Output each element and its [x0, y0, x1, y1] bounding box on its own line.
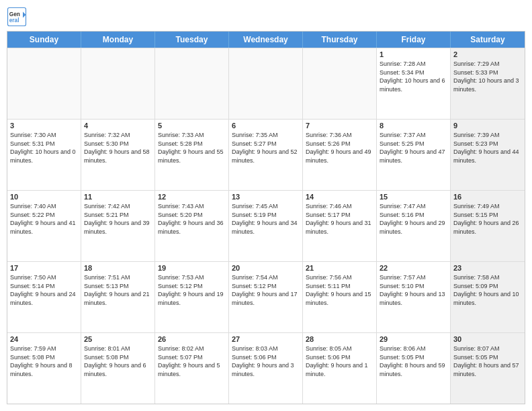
day-number: 28 [306, 335, 373, 343]
calendar-row: 3Sunrise: 7:30 AM Sunset: 5:31 PM Daylig… [7, 119, 525, 190]
daylight-hours: Sunrise: 7:28 AM Sunset: 5:34 PM Dayligh… [380, 60, 447, 93]
day-number: 15 [380, 193, 447, 201]
daylight-hours: Sunrise: 7:49 AM Sunset: 5:15 PM Dayligh… [453, 202, 522, 236]
calendar-cell: 19Sunrise: 7:53 AM Sunset: 5:12 PM Dayli… [155, 262, 229, 332]
daylight-hours: Sunrise: 7:36 AM Sunset: 5:26 PM Dayligh… [306, 131, 373, 165]
day-number: 3 [10, 122, 78, 130]
calendar-cell: 10Sunrise: 7:40 AM Sunset: 5:22 PM Dayli… [7, 191, 81, 261]
day-number: 9 [453, 122, 522, 130]
calendar-cell: 20Sunrise: 7:54 AM Sunset: 5:12 PM Dayli… [229, 262, 303, 332]
daylight-hours: Sunrise: 7:47 AM Sunset: 5:16 PM Dayligh… [380, 202, 447, 236]
day-number: 4 [84, 122, 152, 130]
day-number: 5 [158, 122, 226, 130]
calendar-cell: 17Sunrise: 7:50 AM Sunset: 5:14 PM Dayli… [7, 262, 81, 332]
calendar-cell: 30Sunrise: 8:07 AM Sunset: 5:05 PM Dayli… [451, 333, 525, 404]
calendar-cell: 12Sunrise: 7:43 AM Sunset: 5:20 PM Dayli… [155, 191, 229, 261]
day-number: 8 [380, 122, 447, 130]
calendar: SundayMondayTuesdayWednesdayThursdayFrid… [7, 31, 525, 404]
weekday-header: Saturday [451, 32, 525, 48]
calendar-cell [229, 48, 303, 119]
day-number: 7 [306, 122, 373, 130]
calendar-cell: 6Sunrise: 7:35 AM Sunset: 5:27 PM Daylig… [229, 120, 303, 190]
day-number: 22 [380, 264, 447, 272]
day-number: 14 [306, 193, 373, 201]
calendar-cell: 9Sunrise: 7:39 AM Sunset: 5:23 PM Daylig… [451, 120, 525, 190]
calendar-cell: 22Sunrise: 7:57 AM Sunset: 5:10 PM Dayli… [377, 262, 451, 332]
daylight-hours: Sunrise: 7:37 AM Sunset: 5:25 PM Dayligh… [380, 131, 447, 165]
calendar-cell: 24Sunrise: 7:59 AM Sunset: 5:08 PM Dayli… [7, 333, 81, 404]
day-number: 10 [10, 193, 78, 201]
calendar-cell: 18Sunrise: 7:51 AM Sunset: 5:13 PM Dayli… [81, 262, 155, 332]
day-number: 26 [158, 335, 226, 343]
day-number: 13 [232, 193, 300, 201]
daylight-hours: Sunrise: 8:05 AM Sunset: 5:06 PM Dayligh… [306, 345, 373, 378]
daylight-hours: Sunrise: 7:43 AM Sunset: 5:20 PM Dayligh… [158, 202, 226, 236]
logo-icon: Gen eral [7, 7, 27, 27]
daylight-hours: Sunrise: 8:07 AM Sunset: 5:05 PM Dayligh… [453, 345, 522, 378]
daylight-hours: Sunrise: 8:06 AM Sunset: 5:05 PM Dayligh… [380, 345, 447, 378]
daylight-hours: Sunrise: 7:32 AM Sunset: 5:30 PM Dayligh… [84, 131, 152, 165]
calendar-row: 24Sunrise: 7:59 AM Sunset: 5:08 PM Dayli… [7, 332, 525, 404]
calendar-cell: 29Sunrise: 8:06 AM Sunset: 5:05 PM Dayli… [377, 333, 451, 404]
calendar-cell: 1Sunrise: 7:28 AM Sunset: 5:34 PM Daylig… [377, 48, 451, 119]
calendar-cell [155, 48, 229, 119]
weekday-header: Tuesday [155, 32, 229, 48]
daylight-hours: Sunrise: 7:46 AM Sunset: 5:17 PM Dayligh… [306, 202, 373, 236]
weekday-header: Friday [377, 32, 451, 48]
calendar-cell: 7Sunrise: 7:36 AM Sunset: 5:26 PM Daylig… [303, 120, 377, 190]
calendar-cell: 2Sunrise: 7:29 AM Sunset: 5:33 PM Daylig… [451, 48, 525, 119]
daylight-hours: Sunrise: 8:01 AM Sunset: 5:08 PM Dayligh… [84, 345, 152, 378]
daylight-hours: Sunrise: 7:35 AM Sunset: 5:27 PM Dayligh… [232, 131, 300, 165]
day-number: 19 [158, 264, 226, 272]
day-number: 1 [380, 50, 447, 58]
daylight-hours: Sunrise: 8:02 AM Sunset: 5:07 PM Dayligh… [158, 345, 226, 378]
calendar-cell: 25Sunrise: 8:01 AM Sunset: 5:08 PM Dayli… [81, 333, 155, 404]
daylight-hours: Sunrise: 7:39 AM Sunset: 5:23 PM Dayligh… [453, 131, 522, 165]
calendar-cell: 27Sunrise: 8:03 AM Sunset: 5:06 PM Dayli… [229, 333, 303, 404]
calendar-cell: 11Sunrise: 7:42 AM Sunset: 5:21 PM Dayli… [81, 191, 155, 261]
day-number: 6 [232, 122, 300, 130]
daylight-hours: Sunrise: 7:57 AM Sunset: 5:10 PM Dayligh… [380, 273, 447, 307]
day-number: 25 [84, 335, 152, 343]
calendar-cell: 26Sunrise: 8:02 AM Sunset: 5:07 PM Dayli… [155, 333, 229, 404]
daylight-hours: Sunrise: 7:40 AM Sunset: 5:22 PM Dayligh… [10, 202, 78, 236]
day-number: 27 [232, 335, 300, 343]
calendar-cell: 14Sunrise: 7:46 AM Sunset: 5:17 PM Dayli… [303, 191, 377, 261]
weekday-header: Sunday [7, 32, 81, 48]
calendar-cell: 4Sunrise: 7:32 AM Sunset: 5:30 PM Daylig… [81, 120, 155, 190]
daylight-hours: Sunrise: 7:29 AM Sunset: 5:33 PM Dayligh… [453, 60, 522, 93]
calendar-cell: 16Sunrise: 7:49 AM Sunset: 5:15 PM Dayli… [451, 191, 525, 261]
daylight-hours: Sunrise: 7:33 AM Sunset: 5:28 PM Dayligh… [158, 131, 226, 165]
daylight-hours: Sunrise: 7:45 AM Sunset: 5:19 PM Dayligh… [232, 202, 300, 236]
weekday-header: Thursday [303, 32, 377, 48]
daylight-hours: Sunrise: 7:50 AM Sunset: 5:14 PM Dayligh… [10, 273, 78, 307]
logo: Gen eral [7, 7, 29, 27]
calendar-cell: 28Sunrise: 8:05 AM Sunset: 5:06 PM Dayli… [303, 333, 377, 404]
calendar-cell [303, 48, 377, 119]
calendar-row: 1Sunrise: 7:28 AM Sunset: 5:34 PM Daylig… [7, 48, 525, 119]
daylight-hours: Sunrise: 8:03 AM Sunset: 5:06 PM Dayligh… [232, 345, 300, 378]
calendar-cell: 15Sunrise: 7:47 AM Sunset: 5:16 PM Dayli… [377, 191, 451, 261]
day-number: 18 [84, 264, 152, 272]
calendar-cell [81, 48, 155, 119]
calendar-row: 17Sunrise: 7:50 AM Sunset: 5:14 PM Dayli… [7, 261, 525, 332]
weekday-header: Wednesday [229, 32, 303, 48]
day-number: 2 [453, 50, 522, 58]
weekday-header: Monday [81, 32, 155, 48]
calendar-cell: 23Sunrise: 7:58 AM Sunset: 5:09 PM Dayli… [451, 262, 525, 332]
daylight-hours: Sunrise: 7:51 AM Sunset: 5:13 PM Dayligh… [84, 273, 152, 307]
calendar-cell: 3Sunrise: 7:30 AM Sunset: 5:31 PM Daylig… [7, 120, 81, 190]
daylight-hours: Sunrise: 7:59 AM Sunset: 5:08 PM Dayligh… [10, 345, 78, 378]
day-number: 11 [84, 193, 152, 201]
day-number: 17 [10, 264, 78, 272]
daylight-hours: Sunrise: 7:53 AM Sunset: 5:12 PM Dayligh… [158, 273, 226, 307]
calendar-body: 1Sunrise: 7:28 AM Sunset: 5:34 PM Daylig… [7, 48, 525, 404]
daylight-hours: Sunrise: 7:58 AM Sunset: 5:09 PM Dayligh… [453, 273, 522, 307]
day-number: 30 [453, 335, 522, 343]
day-number: 12 [158, 193, 226, 201]
svg-text:eral: eral [9, 17, 19, 24]
day-number: 16 [453, 193, 522, 201]
day-number: 24 [10, 335, 78, 343]
page-header: Gen eral [7, 7, 525, 27]
calendar-header: SundayMondayTuesdayWednesdayThursdayFrid… [7, 32, 525, 48]
